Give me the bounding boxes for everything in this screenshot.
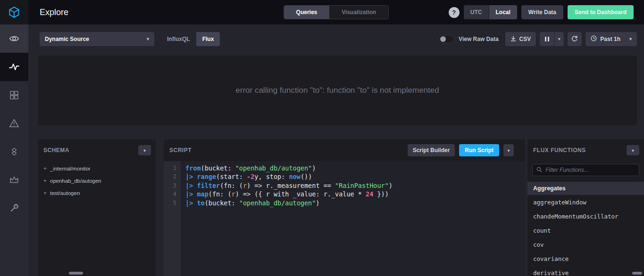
sidebar-item-dashboards[interactable] — [0, 81, 28, 109]
flux-button[interactable]: Flux — [196, 32, 220, 46]
tab-queries-label: Queries — [296, 9, 318, 16]
search-icon — [536, 166, 542, 174]
sidebar-item-admin[interactable] — [0, 166, 28, 194]
tab-visualization[interactable]: Visualization — [329, 6, 388, 19]
code-line[interactable]: |> range(start: -2y, stop: now()) — [185, 172, 525, 181]
dashboards-grid-icon — [9, 90, 19, 100]
flux-label: Flux — [202, 36, 214, 42]
expand-plus-icon[interactable]: + — [43, 190, 47, 196]
source-dropdown-value: Dynamic Source — [45, 36, 89, 42]
schema-item-label: test/autogen — [50, 190, 80, 196]
flux-function-item[interactable]: cov — [527, 237, 644, 252]
influxql-label: InfluxQL — [167, 36, 190, 42]
schema-tree-item[interactable]: +_internal/monitor — [38, 162, 156, 175]
panel-resize-handle[interactable] — [156, 139, 164, 276]
schema-collapse-button[interactable]: ▾ — [138, 145, 151, 155]
run-script-button[interactable]: Run Script — [459, 144, 499, 156]
line-number: 4 — [164, 190, 181, 198]
influxdata-logo-icon — [8, 6, 20, 18]
pause-dropdown-caret[interactable]: ▾ — [554, 32, 564, 46]
code-line[interactable]: |> map(fn: (r) => ({ r with _value: r._v… — [185, 190, 525, 198]
refresh-button[interactable] — [568, 32, 582, 46]
toolbar-right-actions: View Raw Data CSV — [438, 32, 637, 46]
schema-panel: SCHEMA ▾ +_internal/monitor+openhab_db/a… — [38, 139, 156, 276]
script-panel-title: SCRIPT — [169, 147, 192, 154]
sidebar-item-home[interactable] — [0, 0, 28, 24]
schema-item-label: openhab_db/autogen — [50, 178, 101, 184]
filter-functions-input[interactable] — [545, 167, 635, 173]
filter-functions-box — [532, 164, 639, 176]
script-actions: Script Builder Run Script ▾ — [408, 144, 520, 156]
tab-queries[interactable]: Queries — [284, 6, 330, 19]
toggle-knob — [440, 36, 446, 42]
caret-down-icon: ▾ — [147, 37, 149, 41]
time-range-value: Past 1h — [600, 36, 620, 42]
timezone-local-button[interactable]: Local — [489, 5, 517, 19]
flux-function-item[interactable]: chandeMomentumOscillator — [527, 209, 644, 223]
csv-label: CSV — [519, 36, 531, 42]
caret-down-icon: ▾ — [507, 148, 510, 153]
tab-visualization-label: Visualization — [342, 9, 376, 16]
code-line[interactable]: |> filter(fn: (r) => r._measurement == "… — [185, 181, 525, 190]
timezone-local-label: Local — [496, 9, 510, 16]
expand-plus-icon[interactable]: + — [43, 178, 47, 184]
sidebar-item-data-explorer[interactable] — [0, 53, 28, 81]
help-button[interactable]: ? — [449, 7, 460, 18]
schema-hscrollbar-thumb[interactable] — [69, 272, 83, 275]
view-raw-data-toggle[interactable]: View Raw Data — [438, 35, 498, 43]
pause-button[interactable] — [540, 32, 554, 46]
influxql-button[interactable]: InfluxQL — [161, 32, 196, 46]
topbar-actions: ? UTC Local Write Data Send to Dashboard — [449, 5, 634, 19]
line-numbers: 12345 — [164, 161, 181, 276]
code-line[interactable]: from(bucket: "openhab_db/autogen") — [185, 164, 525, 172]
schema-item-label: _internal/monitor — [50, 166, 91, 171]
flux-function-list: aggregateWindowchandeMomentumOscillatorc… — [527, 195, 644, 276]
schema-panel-title: SCHEMA — [43, 147, 69, 154]
crown-icon — [9, 175, 19, 185]
function-category-label: Aggregates — [533, 185, 566, 192]
caret-down-icon: ▾ — [632, 148, 634, 153]
download-icon — [510, 36, 516, 43]
flux-function-item[interactable]: count — [527, 223, 644, 237]
flux-functions-collapse-button[interactable]: ▾ — [627, 145, 639, 155]
flux-function-item[interactable]: derivative — [527, 266, 644, 276]
timezone-utc-button[interactable]: UTC — [464, 5, 489, 19]
flux-function-item[interactable]: covariance — [527, 252, 644, 266]
code-lines[interactable]: from(bucket: "openhab_db/autogen")|> ran… — [181, 161, 525, 276]
builder-panels: SCHEMA ▾ +_internal/monitor+openhab_db/a… — [38, 139, 644, 276]
schema-tree-item[interactable]: +test/autogen — [38, 187, 156, 199]
flux-functions-header: FLUX FUNCTIONS ▾ — [527, 139, 644, 161]
graph-line-icon — [9, 62, 19, 72]
query-type-toggle: InfluxQL Flux — [161, 32, 220, 46]
flux-code-editor[interactable]: 12345 from(bucket: "openhab_db/autogen")… — [164, 161, 525, 276]
caret-down-icon: ▾ — [558, 37, 560, 41]
script-builder-button[interactable]: Script Builder — [408, 144, 455, 156]
app-root: Explore Queries Visualization ? UTC — [0, 0, 644, 276]
flux-hscrollbar-thumb[interactable] — [632, 272, 642, 275]
flux-functions-panel: FLUX FUNCTIONS ▾ — [527, 139, 644, 276]
toggle-switch[interactable] — [438, 35, 454, 43]
queries-visualization-tabs: Queries Visualization — [284, 5, 389, 19]
timezone-toggle: UTC Local — [464, 5, 517, 19]
integrations-icon — [9, 147, 19, 156]
write-data-button[interactable]: Write Data — [521, 5, 563, 19]
schema-panel-header: SCHEMA ▾ — [38, 139, 156, 161]
sidebar-item-configuration[interactable] — [0, 194, 28, 222]
sidebar-item-host-list[interactable] — [0, 24, 28, 53]
source-dropdown[interactable]: Dynamic Source ▾ — [40, 32, 154, 46]
download-csv-button[interactable]: CSV — [505, 32, 536, 46]
time-range-dropdown[interactable]: Past 1h ▾ — [585, 32, 637, 46]
write-data-label: Write Data — [528, 9, 556, 16]
wrench-icon — [9, 203, 19, 213]
run-script-dropdown-caret[interactable]: ▾ — [503, 144, 514, 156]
code-line[interactable]: |> to(bucket: "openhab_db/autogen") — [185, 199, 525, 207]
flux-function-item[interactable]: aggregateWindow — [527, 195, 644, 209]
question-mark-icon: ? — [452, 9, 456, 16]
sidebar-item-integrations[interactable] — [0, 138, 28, 166]
line-number: 2 — [164, 172, 181, 181]
send-to-dashboard-button[interactable]: Send to Dashboard — [568, 5, 634, 19]
visualization-panel: error calling function "to": function "t… — [38, 56, 637, 125]
sidebar-item-alerting[interactable] — [0, 109, 28, 138]
expand-plus-icon[interactable]: + — [43, 165, 47, 172]
schema-tree-item[interactable]: +openhab_db/autogen — [38, 175, 156, 187]
